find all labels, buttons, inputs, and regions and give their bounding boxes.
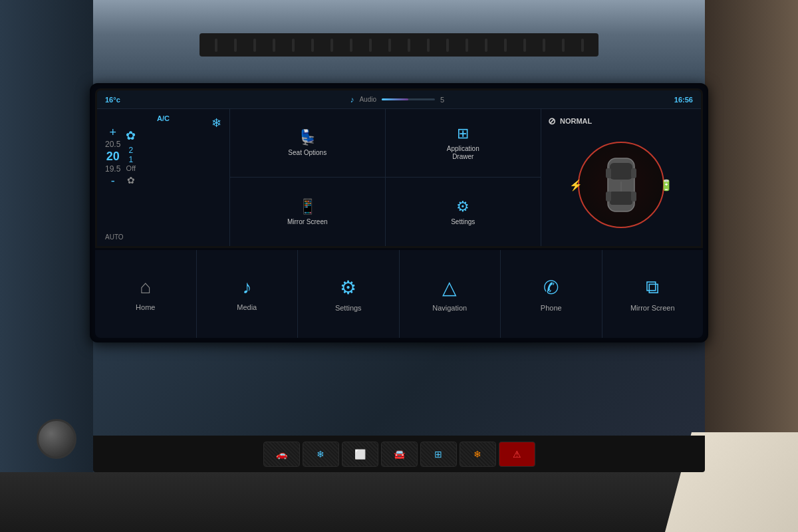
ac-off-button[interactable]: ❄ [460, 442, 496, 467]
drive-mode-icon: ⊘ [548, 116, 556, 126]
vent-slot [273, 39, 275, 52]
upper-screen-content: A/C ❄ + 20.5 20 19.5 - ✿ [97, 109, 701, 246]
fan-controls: ✿ 2 1 Off ✿ [126, 128, 136, 186]
fan-speed-display: 2 1 Off [126, 146, 136, 172]
mirror-screen-button[interactable]: 📱 Mirror Screen [230, 178, 386, 246]
defrost-button[interactable]: ⬜ [342, 442, 378, 467]
climate-control-zone: A/C ❄ + 20.5 20 19.5 - ✿ [97, 109, 230, 246]
apps-zone: 💺 Seat Options ⊞ ApplicationDrawer 📱 Mir… [230, 109, 541, 246]
vent-slot [311, 39, 314, 52]
physical-button-row: 🚗 ❄ ⬜ 🚘 ⊞ ❄ ⚠ [93, 436, 705, 472]
drive-mode-display: ⊘ NORMAL [548, 116, 694, 126]
charging-icon: ⚡ [569, 179, 583, 192]
vent-slot [581, 39, 584, 52]
temp-high: 20.5 [105, 140, 120, 149]
seat-options-button[interactable]: 💺 Seat Options [230, 109, 386, 178]
navigation-label: Navigation [432, 304, 467, 312]
vent-area [0, 0, 798, 86]
nav-settings-button[interactable]: ⚙ Settings [298, 250, 400, 338]
vent-strip [200, 33, 598, 57]
temp-current: 20 [106, 150, 120, 164]
temp-decrease-button[interactable]: - [111, 175, 115, 187]
car2-button[interactable]: 🚘 [381, 442, 418, 467]
infotainment-system: 16°c ♪ Audio 5 16:56 A/C ❄ + [95, 88, 703, 338]
nav-media-button[interactable]: ♪ Media [197, 250, 299, 338]
battery-icon: 🔋 [660, 179, 673, 192]
settings-nav-icon: ⚙ [340, 277, 356, 299]
vent-slot [523, 39, 526, 52]
vent-slot [215, 39, 217, 52]
grid-btn-icon: ⊞ [434, 449, 442, 460]
navigation-icon: △ [442, 277, 457, 299]
hazard-button[interactable]: ⚠ [499, 442, 535, 467]
car-btn-icon: 🚗 [276, 449, 287, 460]
home-icon: ⌂ [140, 277, 151, 298]
home-label: Home [136, 303, 155, 311]
grid-button[interactable]: ⊞ [420, 442, 457, 467]
svg-rect-5 [606, 192, 611, 201]
car-top-view-icon [598, 155, 644, 215]
settings-nav-label: Settings [335, 304, 362, 312]
mirror-screen-nav-label: Mirror Screen [630, 304, 675, 312]
ambient-temperature: 16°c [105, 96, 120, 104]
temp-low: 19.5 [105, 164, 120, 174]
vent-slot [504, 39, 507, 52]
nav-navigation-button[interactable]: △ Navigation [400, 250, 501, 338]
temperature-controls: + 20.5 20 19.5 - [105, 126, 120, 187]
fan-speed-1: 1 [129, 155, 134, 164]
audio-volume: 5 [440, 96, 444, 104]
application-drawer-button[interactable]: ⊞ ApplicationDrawer [386, 109, 541, 178]
vent-slot [427, 39, 430, 52]
vent-slot [331, 39, 333, 52]
phone-label: Phone [541, 304, 562, 312]
upper-screen: 16°c ♪ Audio 5 16:56 A/C ❄ + [95, 88, 703, 248]
svg-rect-3 [606, 168, 611, 178]
vent-slot [388, 39, 391, 52]
fan-icon[interactable]: ✿ [126, 128, 136, 143]
fan-speed-2: 2 [129, 146, 134, 155]
drive-mode-label: NORMAL [560, 117, 592, 125]
temperature-display: 20.5 20 19.5 [105, 140, 120, 174]
auto-label: AUTO [105, 233, 124, 241]
vent-slot [562, 39, 565, 52]
settings-button[interactable]: ⚙ Settings [386, 178, 541, 246]
media-icon: ♪ [242, 277, 251, 298]
defrost-btn-icon: ⬜ [354, 449, 366, 460]
vent-slot [466, 39, 468, 52]
nav-mirror-screen-button[interactable]: ⧉ Mirror Screen [602, 250, 704, 338]
vent-slot [369, 39, 372, 52]
mirror-screen-label: Mirror Screen [287, 218, 328, 226]
nav-phone-button[interactable]: ✆ Phone [501, 250, 602, 338]
volume-knob[interactable] [37, 419, 76, 459]
fan-button[interactable]: ❄ [303, 442, 339, 467]
settings-icon: ⚙ [456, 198, 469, 215]
vehicle-status-zone: ⊘ NORMAL [541, 109, 701, 246]
vent-slot [408, 39, 410, 52]
fan-btn-icon: ❄ [317, 449, 325, 460]
vent-slot [292, 39, 295, 52]
vent-mode-icon[interactable]: ✿ [127, 175, 135, 186]
grid-icon: ⊞ [457, 125, 469, 142]
car-circle: ⚡ 🔋 [578, 142, 664, 228]
svg-rect-4 [631, 168, 636, 178]
svg-rect-1 [610, 163, 632, 180]
nav-home-button[interactable]: ⌂ Home [95, 250, 197, 338]
mirror-screen-nav-icon: ⧉ [646, 277, 659, 299]
vent-slot [234, 39, 237, 52]
car2-btn-icon: 🚘 [394, 449, 405, 460]
climate-controls: + 20.5 20 19.5 - ✿ 2 1 Off [105, 126, 221, 187]
clock: 16:56 [674, 96, 693, 104]
vent-slot [253, 39, 256, 52]
car-display: ⚡ 🔋 [548, 130, 694, 239]
svg-rect-6 [631, 192, 636, 201]
seat-options-label: Seat Options [288, 149, 327, 157]
audio-icon: ♪ [350, 95, 354, 104]
settings-label: Settings [451, 218, 475, 226]
vent-slot [350, 39, 352, 52]
media-label: Media [237, 303, 257, 311]
snowflake-icon[interactable]: ❄ [211, 116, 221, 130]
audio-status: ♪ Audio 5 [350, 95, 444, 104]
ac-label: A/C [105, 114, 221, 122]
car-button[interactable]: 🚗 [263, 442, 300, 467]
temp-increase-button[interactable]: + [109, 126, 116, 138]
